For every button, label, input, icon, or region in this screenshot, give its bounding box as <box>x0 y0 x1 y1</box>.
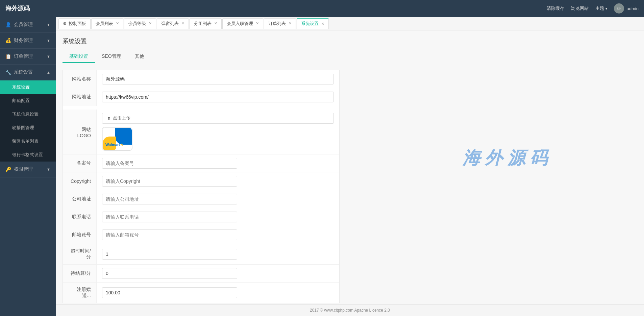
tab-group-list-close-icon[interactable]: ✕ <box>214 21 217 26</box>
sidebar-order-label: 订单管理 <box>14 53 33 59</box>
system-icon: 🔧 <box>5 70 11 75</box>
company-label: 公司地址 <box>63 190 97 208</box>
pending-input[interactable] <box>102 268 237 279</box>
form-row-timeout: 超时时间/分 <box>63 244 339 265</box>
app-title: 海外源码 <box>5 4 30 13</box>
theme-btn[interactable]: 主题 ▾ <box>595 5 607 11</box>
site-logo-label: 网站LOGO <box>63 110 97 154</box>
order-icon: 📋 <box>5 54 11 59</box>
tab-bar: ⚙ 控制面板 会员列表 ✕ 会员等级 ✕ 弹窗列表 ✕ 分组列表 ✕ <box>56 17 644 30</box>
tab-popup-list[interactable]: 弹窗列表 ✕ <box>157 18 189 29</box>
system-submenu: 系统设置 邮箱配置 飞机信息设置 轮播图管理 荣誉名单列表 银行卡格式设置 <box>0 80 56 162</box>
site-url-input[interactable] <box>102 92 334 102</box>
tab-sys-settings-label: 系统设置 <box>301 21 319 27</box>
sidebar-item-email-config[interactable]: 邮箱配置 <box>0 94 56 107</box>
copyright-input[interactable] <box>102 176 237 187</box>
company-input[interactable] <box>102 194 237 204</box>
member-arrow-icon: ▼ <box>47 23 50 27</box>
member-icon: 👤 <box>5 22 11 27</box>
sidebar-item-finance[interactable]: 💰 财务管理 ▼ <box>0 33 56 49</box>
email-input[interactable] <box>102 229 237 240</box>
register-input[interactable] <box>102 287 237 298</box>
tab-member-entry[interactable]: 会员入职管理 ✕ <box>222 18 263 29</box>
tab-dashboard[interactable]: ⚙ 控制面板 <box>58 18 91 29</box>
tab-group-list[interactable]: 分组列表 ✕ <box>190 18 222 29</box>
timeout-label: 超时时间/分 <box>63 244 97 264</box>
form-row-email: 邮箱账号 <box>63 226 339 244</box>
tab-member-level[interactable]: 会员等级 ✕ <box>124 18 156 29</box>
permission-arrow-icon: ▼ <box>47 167 50 171</box>
sidebar-member-label: 会员管理 <box>14 22 33 28</box>
form-row-site-name: 网站名称 <box>63 70 339 88</box>
phone-input[interactable] <box>102 212 237 222</box>
form-row-pending: 待结算/分 <box>63 265 339 283</box>
tab-member-level-close-icon[interactable]: ✕ <box>149 21 152 26</box>
system-arrow-icon: ▲ <box>47 70 50 74</box>
site-name-label: 网站名称 <box>63 70 97 88</box>
tab-member-list[interactable]: 会员列表 ✕ <box>91 18 123 29</box>
sidebar-item-bank-format[interactable]: 银行卡格式设置 <box>0 148 56 162</box>
form-row-icp: 备案号 <box>63 154 339 172</box>
form-row-site-logo: 网站LOGO ⬆ 点击上传 <box>63 106 339 154</box>
tab-dashboard-label: 控制面板 <box>69 21 86 27</box>
phone-label: 联系电话 <box>63 208 97 226</box>
sidebar-item-sys-settings[interactable]: 系统设置 <box>0 80 56 94</box>
watermark-text: 海 外 源 码 <box>463 146 547 170</box>
permission-icon: 🔑 <box>5 167 11 172</box>
sidebar-item-system[interactable]: 🔧 系统设置 ▲ <box>0 65 56 80</box>
tab-member-level-label: 会员等级 <box>128 21 146 27</box>
email-label: 邮箱账号 <box>63 226 97 244</box>
tab-sys-settings-close-icon[interactable]: ✕ <box>321 22 324 26</box>
walmart-star-icon: ✳ <box>120 143 123 147</box>
sidebar-finance-label: 财务管理 <box>14 38 33 44</box>
site-name-input[interactable] <box>102 74 334 84</box>
footer-text: 2017 © www.citphp.com Apache Licence 2.0 <box>310 308 390 313</box>
page-content: 系统设置 基础设置 SEO管理 其他 网站名称 <box>56 30 644 304</box>
icp-label: 备案号 <box>63 154 97 172</box>
sidebar-item-flight-info[interactable]: 飞机信息设置 <box>0 107 56 121</box>
form-row-company: 公司地址 <box>63 190 339 208</box>
site-url-label: 网站地址 <box>63 88 97 106</box>
logo-preview: Walmart✳ <box>102 127 132 151</box>
tab-popup-list-close-icon[interactable]: ✕ <box>181 21 184 26</box>
top-bar-actions: 清除缓存 浏览网站 主题 ▾ ☺ admin <box>547 3 639 14</box>
tab-popup-list-label: 弹窗列表 <box>161 21 179 27</box>
form-row-copyright: Copyright <box>63 172 339 190</box>
copyright-label: Copyright <box>63 172 97 190</box>
sidebar-item-member[interactable]: 👤 会员管理 ▼ <box>0 17 56 33</box>
timeout-input[interactable] <box>102 249 237 260</box>
settings-tabs: 基础设置 SEO管理 其他 <box>63 51 637 63</box>
admin-name: admin <box>627 6 639 11</box>
sidebar: 👤 会员管理 ▼ 💰 财务管理 ▼ 📋 订单管理 ▼ <box>0 17 56 316</box>
walmart-blue-corner <box>115 128 132 145</box>
sidebar-permission-label: 权限管理 <box>14 166 33 172</box>
admin-info: ☺ admin <box>614 3 639 14</box>
logo-upload-area: ⬆ 点击上传 Walmart✳ <box>102 113 334 151</box>
clear-cache-btn[interactable]: 清除缓存 <box>547 5 564 11</box>
tab-order-list-close-icon[interactable]: ✕ <box>289 21 292 26</box>
top-bar: 海外源码 清除缓存 浏览网站 主题 ▾ ☺ admin <box>0 0 644 17</box>
tab-member-list-close-icon[interactable]: ✕ <box>116 21 119 26</box>
tab-order-list-label: 订单列表 <box>268 21 286 27</box>
sidebar-item-permission[interactable]: 🔑 权限管理 ▼ <box>0 162 56 177</box>
tab-order-list[interactable]: 订单列表 ✕ <box>264 18 296 29</box>
settings-tab-other[interactable]: 其他 <box>128 51 151 63</box>
dashboard-tab-icon: ⚙ <box>63 21 67 26</box>
sidebar-item-carousel[interactable]: 轮播图管理 <box>0 121 56 135</box>
icp-input[interactable] <box>102 158 237 169</box>
settings-tab-seo[interactable]: SEO管理 <box>95 51 128 63</box>
tab-member-entry-close-icon[interactable]: ✕ <box>256 21 259 26</box>
tab-sys-settings[interactable]: 系统设置 ✕ <box>297 18 329 29</box>
form-row-phone: 联系电话 <box>63 208 339 226</box>
footer: 2017 © www.citphp.com Apache Licence 2.0 <box>56 304 644 316</box>
pending-label: 待结算/分 <box>63 265 97 282</box>
register-label: 注册赠送... <box>63 283 97 303</box>
browse-site-btn[interactable]: 浏览网站 <box>571 5 589 11</box>
tab-group-list-label: 分组列表 <box>194 21 212 27</box>
walmart-text: Walmart✳ <box>105 143 123 147</box>
settings-tab-basic[interactable]: 基础设置 <box>63 51 95 63</box>
settings-form: 网站名称 网站地址 网站LOGO <box>63 70 340 303</box>
sidebar-item-honor-list[interactable]: 荣誉名单列表 <box>0 135 56 148</box>
upload-logo-button[interactable]: ⬆ 点击上传 <box>102 113 334 124</box>
sidebar-item-order[interactable]: 📋 订单管理 ▼ <box>0 49 56 65</box>
